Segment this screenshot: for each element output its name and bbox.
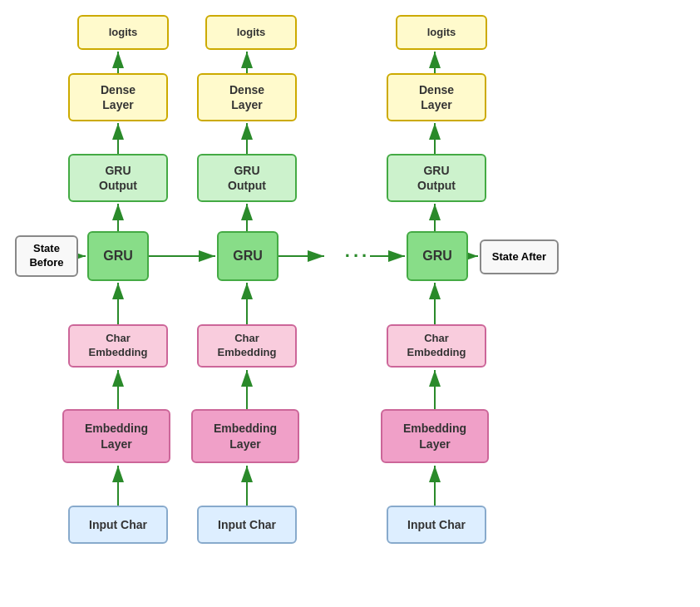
diagram: logits logits logits DenseLayer DenseLay… [0,0,700,607]
gru-output-3: GRUOutput [387,154,486,202]
state-before-label: StateBefore [15,235,78,277]
logits-2: logits [205,15,297,50]
gru-output-2: GRUOutput [197,154,297,202]
dense-layer-2: DenseLayer [197,73,297,121]
char-embedding-3: CharEmbedding [387,324,486,368]
input-char-3: Input Char [387,506,486,544]
gru-cell-3: GRU [407,231,468,281]
char-embedding-1: CharEmbedding [68,324,168,368]
logits-1: logits [77,15,169,50]
char-embedding-2: CharEmbedding [197,324,297,368]
input-char-2: Input Char [197,506,297,544]
logits-3: logits [396,15,487,50]
gru-cell-1: GRU [87,231,149,281]
gru-output-1: GRUOutput [68,154,168,202]
input-char-1: Input Char [68,506,168,544]
gru-cell-2: GRU [217,231,279,281]
embedding-layer-1: EmbeddingLayer [62,409,170,463]
embedding-layer-2: EmbeddingLayer [191,409,299,463]
dense-layer-1: DenseLayer [68,73,168,121]
gru-dots: ··· [320,241,395,271]
state-after-label: State After [480,239,559,274]
dense-layer-3: DenseLayer [387,73,486,121]
embedding-layer-3: EmbeddingLayer [381,409,489,463]
